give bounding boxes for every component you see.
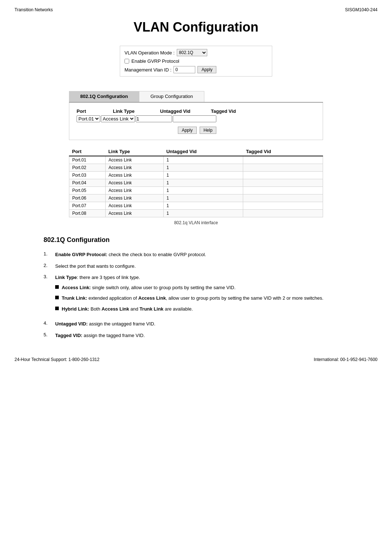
tab-802q-config[interactable]: 802.1Q Configuration [69, 91, 139, 102]
footer-right: International: 00-1-952-941-7600 [314, 357, 377, 362]
vlan-table: Port Link Type Untagged Vid Tagged Vid P… [69, 147, 323, 217]
table-cell-untagged_vid: 1 [163, 172, 243, 179]
doc-item-num: 2. [44, 263, 51, 270]
sub-list-item: Trunk Link: extended application of Acce… [55, 295, 323, 302]
doc-list-item: 3.Link Type: there are 3 types of link t… [44, 274, 363, 316]
table-cell-link_type: Access Link [105, 156, 163, 164]
table-cell-link_type: Access Link [105, 187, 163, 194]
doc-list-item: 4.Untagged VID: assign the untagged fram… [44, 320, 363, 328]
table-row: Port.04Access Link1 [69, 179, 323, 187]
table-cell-port: Port.08 [69, 210, 106, 217]
table-cell-port: Port.04 [69, 179, 106, 187]
table-cell-link_type: Access Link [105, 179, 163, 187]
table-row: Port.02Access Link1 [69, 164, 323, 172]
link-type-select[interactable]: Access Link Trunk Link Hybrid Link [101, 115, 135, 122]
table-cell-tagged_vid [243, 210, 323, 217]
table-cell-tagged_vid [243, 156, 323, 164]
bullet-icon [55, 285, 59, 289]
sub-list: Access Link: single switch only, allow u… [55, 284, 323, 313]
table-cell-tagged_vid [243, 179, 323, 187]
table-cell-link_type: Access Link [105, 210, 163, 217]
table-cell-tagged_vid [243, 187, 323, 194]
doc-item-num: 4. [44, 320, 51, 328]
config-apply-button[interactable]: Apply [178, 127, 197, 134]
doc-item-content: Enable GVRP Protocol: check the check bo… [55, 251, 206, 258]
tab-content: Port Link Type Untagged Vid Tagged Vid P… [69, 103, 323, 140]
bullet-icon [55, 296, 59, 299]
table-header-row: Port Link Type Untagged Vid Tagged Vid [69, 147, 323, 156]
table-cell-untagged_vid: 1 [163, 179, 243, 187]
table-row: Port.01Access Link1 [69, 156, 323, 164]
vlan-mode-select[interactable]: 802.1Q Port Based [177, 49, 207, 56]
tagged-vid-input[interactable] [173, 115, 216, 122]
table-cell-port: Port.05 [69, 187, 106, 194]
untagged-vid-input[interactable] [136, 115, 172, 122]
table-cell-untagged_vid: 1 [163, 202, 243, 210]
doc-item-num: 3. [44, 274, 51, 316]
doc-item-num: 5. [44, 332, 51, 339]
port-config-inputs: Port.01 Port.02 Port.03 Port.04 Port.05 … [77, 115, 315, 122]
mgmt-vlan-input[interactable] [173, 66, 195, 73]
table-row: Port.06Access Link1 [69, 194, 323, 202]
sub-list-item: Access Link: single switch only, allow u… [55, 284, 323, 291]
tabs-section: 802.1Q Configuration Group Configuration… [69, 91, 323, 140]
header-left: Transition Networks [15, 7, 53, 12]
top-config-box: VLAN Operation Mode : 802.1Q Port Based … [120, 46, 272, 77]
port-config-labels: Port Link Type Untagged Vid Tagged Vid [77, 108, 315, 114]
header: Transition Networks SISGM1040-244 [15, 7, 377, 12]
table-cell-link_type: Access Link [105, 194, 163, 202]
table-row: Port.05Access Link1 [69, 187, 323, 194]
table-cell-untagged_vid: 1 [163, 164, 243, 172]
mgmt-vlan-label: Management Vlan ID : [124, 67, 171, 73]
table-cell-tagged_vid [243, 194, 323, 202]
table-cell-untagged_vid: 1 [163, 210, 243, 217]
table-cell-link_type: Access Link [105, 202, 163, 210]
doc-list-item: 1.Enable GVRP Protocol: check the check … [44, 251, 363, 258]
sub-list-item: Hybrid Link: Both Access Link and Trunk … [55, 305, 323, 313]
tab-group-config[interactable]: Group Configuration [139, 91, 204, 102]
page-title: VLAN Configuration [15, 20, 377, 35]
doc-list-item: 2.Select the port that wants to configur… [44, 263, 363, 270]
table-cell-untagged_vid: 1 [163, 156, 243, 164]
table-cell-port: Port.03 [69, 172, 106, 179]
sub-item-content: Hybrid Link: Both Access Link and Trunk … [62, 305, 193, 313]
table-cell-port: Port.07 [69, 202, 106, 210]
top-apply-button[interactable]: Apply [197, 66, 216, 73]
table-cell-tagged_vid [243, 202, 323, 210]
col-port-label: Port [77, 108, 113, 114]
gvrp-row: Enable GVRP Protocol [124, 58, 268, 64]
table-cell-port: Port.01 [69, 156, 106, 164]
table-caption: 802.1q VLAN interface [15, 220, 377, 225]
doc-title: 802.1Q Configuration [44, 236, 363, 244]
vlan-mode-row: VLAN Operation Mode : 802.1Q Port Based [124, 49, 268, 56]
mgmt-vlan-row: Management Vlan ID : Apply [124, 66, 268, 73]
doc-item-num: 1. [44, 251, 51, 258]
col-untagged-label: Untagged Vid [160, 108, 211, 114]
table-cell-port: Port.02 [69, 164, 106, 172]
col-tagged-label: Tagged Vid [211, 108, 262, 114]
header-right: SISGM1040-244 [345, 7, 377, 12]
port-select[interactable]: Port.01 Port.02 Port.03 Port.04 Port.05 … [77, 115, 100, 122]
gvrp-label: Enable GVRP Protocol [131, 58, 179, 64]
gvrp-checkbox[interactable] [124, 59, 129, 63]
table-cell-tagged_vid [243, 164, 323, 172]
sub-item-content: Trunk Link: extended application of Acce… [62, 295, 323, 302]
table-cell-untagged_vid: 1 [163, 187, 243, 194]
doc-item-content: Tagged VID: assign the tagged frame VID. [55, 332, 145, 339]
col-link-label: Link Type [113, 108, 160, 114]
tabs-header: 802.1Q Configuration Group Configuration [69, 91, 323, 103]
doc-section: 802.1Q Configuration 1.Enable GVRP Proto… [44, 236, 363, 339]
help-button[interactable]: Help [200, 127, 217, 134]
action-buttons: Apply Help [77, 127, 315, 134]
table-row: Port.07Access Link1 [69, 202, 323, 210]
doc-list-item: 5.Tagged VID: assign the tagged frame VI… [44, 332, 363, 339]
table-cell-untagged_vid: 1 [163, 194, 243, 202]
th-link-type: Link Type [105, 147, 163, 156]
vlan-mode-label: VLAN Operation Mode : [124, 50, 175, 56]
th-port: Port [69, 147, 106, 156]
footer: 24-Hour Technical Support: 1-800-260-131… [15, 353, 377, 362]
footer-left: 24-Hour Technical Support: 1-800-260-131… [15, 357, 99, 362]
table-cell-link_type: Access Link [105, 164, 163, 172]
table-row: Port.03Access Link1 [69, 172, 323, 179]
doc-item-content: Select the port that wants to configure. [55, 263, 136, 270]
